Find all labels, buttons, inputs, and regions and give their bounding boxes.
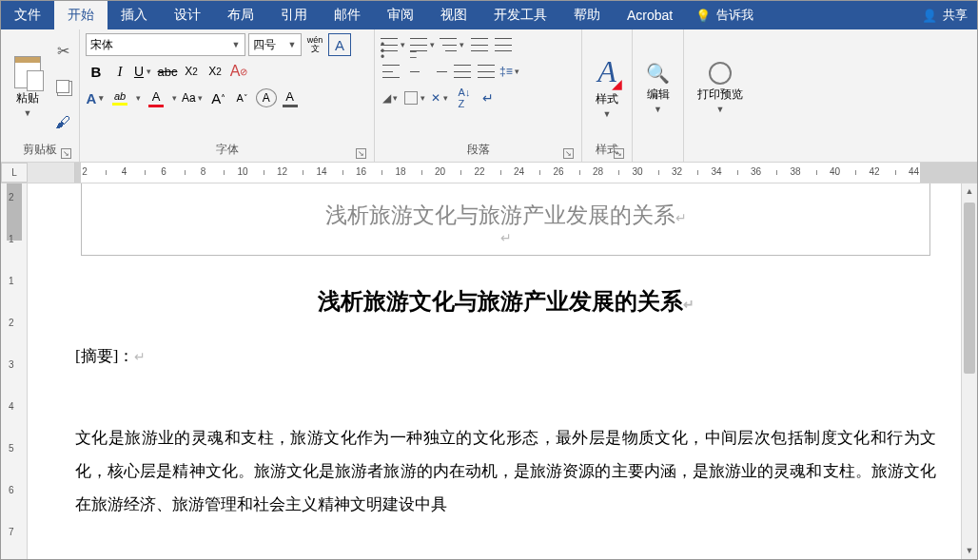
- char-shading-button[interactable]: A: [280, 87, 301, 109]
- paste-label: 粘贴: [16, 90, 39, 106]
- tab-developer[interactable]: 开发工具: [480, 1, 560, 29]
- align-right-icon: [430, 65, 447, 78]
- sort-icon: A↓Z: [459, 87, 471, 109]
- tab-mailings[interactable]: 邮件: [321, 1, 374, 29]
- line-spacing-button[interactable]: ‡≡▾: [499, 60, 522, 83]
- font-color-button[interactable]: A: [146, 87, 166, 109]
- tab-review[interactable]: 审阅: [374, 1, 427, 29]
- distributed-button[interactable]: [476, 60, 497, 83]
- numbering-button[interactable]: ▾: [410, 33, 437, 56]
- ribbon-tabs: 文件 开始 插入 设计 布局 引用 邮件 审阅 视图 开发工具 帮助 Acrob…: [1, 1, 977, 29]
- styles-label: 样式: [596, 91, 618, 107]
- underline-button[interactable]: U▾: [133, 60, 154, 83]
- grow-font-button[interactable]: A˄: [208, 87, 229, 109]
- share-button[interactable]: 👤 共享: [912, 1, 977, 29]
- italic-button[interactable]: I: [109, 60, 130, 83]
- tab-acrobat[interactable]: Acrobat: [614, 1, 686, 29]
- distributed-icon: [478, 65, 495, 78]
- align-right-button[interactable]: [428, 60, 449, 83]
- group-clipboard: 粘贴 ▼ ✂ 🖌 剪贴板 ↘: [1, 29, 80, 162]
- tab-layout[interactable]: 布局: [214, 1, 267, 29]
- align-center-button[interactable]: [404, 60, 425, 83]
- tab-design[interactable]: 设计: [161, 1, 214, 29]
- vertical-ruler[interactable]: 211234567: [1, 183, 28, 559]
- enclose-char-button[interactable]: A: [256, 88, 277, 107]
- paragraph-mark-icon: ↵: [134, 350, 146, 364]
- shading-button[interactable]: ◢▾: [381, 87, 401, 109]
- dialog-launcher-icon[interactable]: ↘: [614, 148, 624, 159]
- document-area: 211234567 浅析旅游文化与旅游产业发展的关系↵ ↵ 浅析旅游文化与旅游产…: [1, 183, 977, 559]
- font-family-select[interactable]: 宋体▼: [86, 33, 245, 56]
- format-painter-button[interactable]: 🖌: [52, 111, 73, 134]
- align-left-icon: [382, 65, 400, 78]
- decrease-indent-button[interactable]: [469, 33, 490, 56]
- document-header[interactable]: 浅析旅游文化与旅游产业发展的关系↵ ↵: [81, 183, 930, 256]
- copy-icon: [56, 80, 69, 93]
- borders-button[interactable]: ▾: [404, 87, 427, 109]
- dialog-launcher-icon[interactable]: ↘: [356, 148, 366, 159]
- phonetic-guide-button[interactable]: wén文: [304, 33, 325, 56]
- font-size-value: 四号: [253, 37, 287, 53]
- align-left-button[interactable]: [381, 60, 401, 83]
- increase-indent-button[interactable]: [493, 33, 514, 56]
- sort-button[interactable]: A↓Z: [454, 87, 475, 109]
- bullets-button[interactable]: ▾: [381, 33, 407, 56]
- dialog-launcher-icon[interactable]: ↘: [61, 148, 71, 159]
- dialog-launcher-icon[interactable]: ↘: [563, 148, 574, 159]
- pilcrow-icon: ↵: [482, 90, 494, 106]
- asian-layout-button[interactable]: ✕▾: [430, 87, 451, 109]
- editing-button[interactable]: 🔍 编辑 ▼: [638, 33, 677, 143]
- paragraph-mark-icon: ↵: [683, 298, 694, 312]
- text-effects-button[interactable]: A▾: [86, 87, 107, 109]
- paint-bucket-icon: ◢: [382, 91, 391, 105]
- clipboard-icon: [14, 56, 41, 88]
- tab-selector[interactable]: L: [1, 163, 28, 183]
- highlight-button[interactable]: ab: [109, 87, 130, 109]
- vertical-scrollbar[interactable]: ▲ ▼: [961, 183, 977, 559]
- superscript-button[interactable]: X2: [205, 60, 225, 83]
- font-group-label: 字体 ↘: [86, 140, 368, 162]
- ribbon: 粘贴 ▼ ✂ 🖌 剪贴板 ↘ 宋体▼: [1, 29, 977, 163]
- align-center-icon: [406, 65, 423, 78]
- cut-button[interactable]: ✂: [52, 39, 73, 62]
- scroll-down-button[interactable]: ▼: [962, 543, 977, 559]
- strikethrough-button[interactable]: abc: [157, 60, 178, 83]
- word-window: 文件 开始 插入 设计 布局 引用 邮件 审阅 视图 开发工具 帮助 Acrob…: [0, 0, 978, 560]
- line-spacing-icon: ‡≡: [499, 65, 513, 78]
- subscript-button[interactable]: X2: [181, 60, 202, 83]
- tab-home[interactable]: 开始: [54, 1, 108, 29]
- tab-help[interactable]: 帮助: [560, 1, 614, 29]
- person-icon: 👤: [922, 9, 937, 23]
- page-canvas[interactable]: 浅析旅游文化与旅游产业发展的关系↵ ↵ 浅析旅游文化与旅游产业发展的关系↵ [摘…: [28, 183, 961, 559]
- print-preview-button[interactable]: 打印预览 ▼: [690, 33, 751, 143]
- change-case-button[interactable]: Aa▾: [182, 87, 205, 109]
- copy-button[interactable]: [52, 75, 73, 98]
- justify-icon: [454, 65, 471, 78]
- chevron-down-icon: ▼: [602, 109, 612, 119]
- scroll-thumb[interactable]: [964, 203, 975, 374]
- show-marks-button[interactable]: ↵: [478, 87, 499, 109]
- tab-view[interactable]: 视图: [427, 1, 480, 29]
- bold-button[interactable]: B: [86, 60, 107, 83]
- paste-button[interactable]: 粘贴 ▼: [7, 33, 49, 140]
- justify-button[interactable]: [452, 60, 473, 83]
- clipboard-group-label: 剪贴板 ↘: [7, 140, 73, 162]
- paragraph-mark-icon: ↵: [675, 211, 687, 225]
- tab-file[interactable]: 文件: [1, 1, 54, 29]
- styles-button[interactable]: A◢ 样式 ▼: [588, 33, 626, 140]
- font-size-select[interactable]: 四号▼: [248, 33, 302, 56]
- shrink-font-button[interactable]: A˅: [232, 87, 253, 109]
- tell-me[interactable]: 💡 告诉我: [686, 1, 763, 29]
- group-paragraph: ▾ ▾ ▾ ‡≡▾ ◢▾ ▾ ✕▾: [375, 29, 582, 162]
- clear-formatting-button[interactable]: A⊘: [228, 60, 249, 83]
- group-print-preview: 打印预览 ▼: [684, 29, 756, 162]
- char-border-button[interactable]: A: [328, 33, 351, 56]
- outdent-icon: [471, 38, 488, 51]
- paragraph-mark-icon: ↵: [500, 230, 512, 245]
- bullets-icon: [381, 38, 398, 51]
- tab-references[interactable]: 引用: [267, 1, 321, 29]
- scroll-up-button[interactable]: ▲: [962, 183, 977, 200]
- tab-insert[interactable]: 插入: [108, 1, 161, 29]
- multilevel-list-button[interactable]: ▾: [440, 33, 466, 56]
- chevron-down-icon: ▼: [654, 105, 663, 114]
